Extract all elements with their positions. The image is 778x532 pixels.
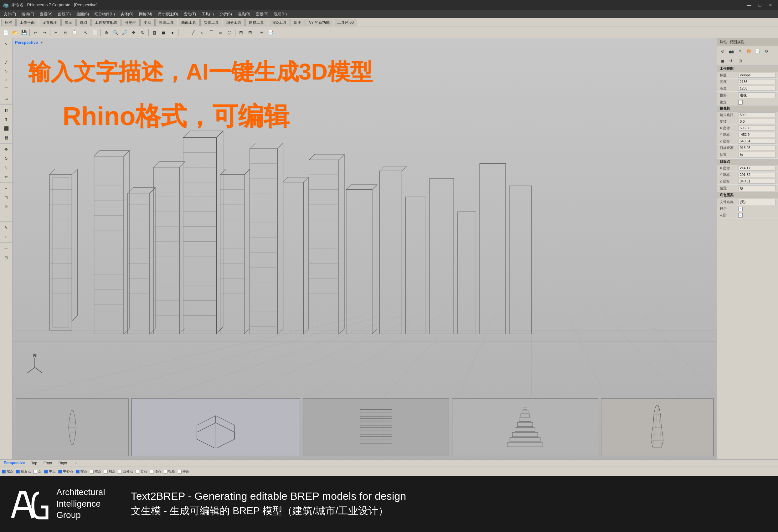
status-vertex[interactable]: 预点 bbox=[150, 469, 161, 474]
checkbox-lock[interactable] bbox=[738, 100, 743, 104]
select-icon[interactable]: ↖ bbox=[81, 28, 90, 37]
menu-tools[interactable]: 工具(L) bbox=[199, 11, 216, 17]
value-rotation[interactable]: 0.0 bbox=[738, 119, 776, 124]
sidebar-arc[interactable]: ⌒ bbox=[1, 85, 11, 94]
value-projection[interactable]: 透视 bbox=[738, 92, 776, 98]
shaded-icon[interactable]: ◼ bbox=[159, 28, 168, 37]
snap-point-checkbox[interactable] bbox=[33, 470, 37, 473]
panel-icon-layer[interactable]: 📑 bbox=[754, 48, 762, 55]
snap-near-checkbox[interactable] bbox=[16, 470, 20, 473]
render-icon[interactable]: ● bbox=[168, 28, 177, 37]
tab-v7new[interactable]: V7 的新功能 bbox=[306, 19, 333, 26]
panel-icon-grid[interactable]: ⊞ bbox=[736, 57, 744, 64]
layer-icon[interactable]: 📑 bbox=[266, 28, 275, 37]
panel-icon-render2[interactable]: ◼ bbox=[718, 57, 727, 64]
menu-file[interactable]: 文件(F) bbox=[1, 11, 18, 17]
value-cy[interactable]: -452.9 bbox=[738, 132, 776, 137]
value-target-dist[interactable]: 913.25 bbox=[738, 145, 776, 150]
polygon-icon[interactable]: ⬡ bbox=[225, 28, 234, 37]
value-ty[interactable]: 201.52 bbox=[738, 172, 776, 177]
tab-viewport-config[interactable]: 工作视窗配置 bbox=[91, 19, 121, 26]
menu-help[interactable]: 说明(H) bbox=[271, 11, 289, 17]
tab-display[interactable]: 显示 bbox=[61, 19, 76, 26]
tab-subdivision-tools[interactable]: 细分工具 bbox=[223, 19, 245, 26]
panel-icon-color[interactable]: 🎨 bbox=[745, 48, 753, 55]
status-perp[interactable]: 垂点 bbox=[90, 469, 101, 474]
tab-transform[interactable]: 变动 bbox=[140, 19, 155, 26]
panel-icon-view[interactable]: 👁 bbox=[727, 57, 735, 64]
sidebar-line[interactable]: ╱ bbox=[1, 58, 11, 66]
panel-icon-settings[interactable]: ⚙ bbox=[762, 48, 771, 55]
tab-curve-tools[interactable]: 曲线工具 bbox=[155, 19, 177, 26]
save-icon[interactable]: 💾 bbox=[19, 28, 28, 37]
vp-tab-top[interactable]: Top bbox=[30, 460, 38, 466]
osnap-icon[interactable]: ⊟ bbox=[246, 28, 254, 37]
rectangle-icon[interactable]: ▭ bbox=[216, 28, 225, 37]
snap-disable-checkbox[interactable] bbox=[178, 470, 181, 473]
checkbox-show[interactable] bbox=[738, 207, 743, 211]
menu-render[interactable]: 渲染(R) bbox=[235, 11, 253, 17]
thumbnail-grid[interactable] bbox=[303, 398, 449, 456]
checkbox-grayscale[interactable] bbox=[738, 213, 743, 217]
status-endpoint[interactable]: 端点 bbox=[2, 469, 13, 474]
status-quad[interactable]: 四分点 bbox=[118, 469, 133, 474]
sidebar-rectangle[interactable]: ▭ bbox=[1, 94, 11, 103]
status-point[interactable]: 点 bbox=[33, 469, 42, 474]
menu-subdivision[interactable]: 细分物件(U) bbox=[92, 11, 118, 17]
thumbnail-vase[interactable] bbox=[16, 398, 129, 456]
sidebar-dimension[interactable]: ↔ bbox=[1, 232, 11, 241]
status-near[interactable]: 最近点 bbox=[16, 469, 31, 474]
status-intersect[interactable]: 交点 bbox=[76, 469, 87, 474]
tab-visibility[interactable]: 可见性 bbox=[122, 19, 140, 26]
status-midpoint[interactable]: 中点 bbox=[44, 469, 56, 474]
minimize-button[interactable]: — bbox=[744, 1, 754, 9]
value-focal[interactable]: 50.0 bbox=[738, 112, 776, 117]
sidebar-solid[interactable]: ⬛ bbox=[1, 124, 11, 133]
copy-icon[interactable]: ⎘ bbox=[61, 28, 70, 37]
menu-view[interactable]: 查看(V) bbox=[37, 11, 55, 17]
tab-select[interactable]: 选取 bbox=[76, 19, 91, 26]
snap-endpoint-checkbox[interactable] bbox=[2, 470, 6, 473]
window-select-icon[interactable]: ⬜ bbox=[90, 28, 99, 37]
wireframe-icon[interactable]: ▦ bbox=[150, 28, 159, 37]
menu-transform[interactable]: 变动(T) bbox=[181, 11, 199, 17]
vp-tab-perspective[interactable]: Perspective bbox=[2, 460, 26, 466]
value-width[interactable]: 2186 bbox=[738, 79, 776, 84]
snap-intersect-checkbox[interactable] bbox=[76, 470, 80, 473]
snap-icon[interactable]: ⊞ bbox=[237, 28, 245, 37]
viewport[interactable]: Perspective ▾ 输入文字描述，AI一键生成3D模型 Rhino格式，… bbox=[12, 38, 717, 459]
point-icon[interactable]: · bbox=[180, 28, 188, 37]
tab-standard[interactable]: 标准 bbox=[1, 19, 16, 26]
undo-icon[interactable]: ↩ bbox=[31, 28, 40, 37]
snap-center-checkbox[interactable] bbox=[58, 470, 62, 473]
snap-knot-checkbox[interactable] bbox=[136, 470, 139, 473]
tab-surface-tools[interactable]: 曲面工具 bbox=[178, 19, 200, 26]
sidebar-snap-coord[interactable]: ⊞ bbox=[1, 253, 11, 262]
menu-mesh[interactable]: 网格(M) bbox=[137, 11, 155, 17]
menu-edit[interactable]: 编辑(E) bbox=[19, 11, 36, 17]
sidebar-point[interactable]: · bbox=[1, 49, 11, 57]
sidebar-surface[interactable]: ◧ bbox=[1, 106, 11, 114]
menu-panels[interactable]: 面板(P) bbox=[253, 11, 271, 17]
panel-icon-edit[interactable]: ✎ bbox=[736, 48, 744, 55]
value-height[interactable]: 1236 bbox=[738, 86, 776, 91]
close-button[interactable]: ✕ bbox=[766, 1, 776, 9]
new-icon[interactable]: 📄 bbox=[1, 28, 10, 37]
zoom-out-icon[interactable]: 🔎 bbox=[120, 28, 129, 37]
status-tangent[interactable]: 切点 bbox=[104, 469, 115, 474]
tab-workplane[interactable]: 工作平面 bbox=[16, 19, 38, 26]
menu-analyze[interactable]: 分析(S) bbox=[217, 11, 234, 17]
zoom-extent-icon[interactable]: ⊕ bbox=[102, 28, 111, 37]
sidebar-boolean[interactable]: ⊕ bbox=[1, 202, 11, 211]
arc-icon[interactable]: ⌒ bbox=[207, 28, 216, 37]
tab-mesh-tools[interactable]: 网格工具 bbox=[245, 19, 267, 26]
status-knot[interactable]: 节点 bbox=[136, 469, 147, 474]
value-tpos[interactable]: 放 bbox=[738, 185, 776, 191]
sidebar-rotate[interactable]: ↻ bbox=[1, 154, 11, 163]
status-project[interactable]: 投影 bbox=[164, 469, 175, 474]
menu-curve[interactable]: 曲线(C) bbox=[56, 11, 73, 17]
rotate-icon[interactable]: ↻ bbox=[138, 28, 147, 37]
panel-icon-camera[interactable]: 📷 bbox=[727, 48, 735, 55]
sidebar-annotate[interactable]: ✎ bbox=[1, 223, 11, 232]
circle-icon[interactable]: ○ bbox=[198, 28, 207, 37]
